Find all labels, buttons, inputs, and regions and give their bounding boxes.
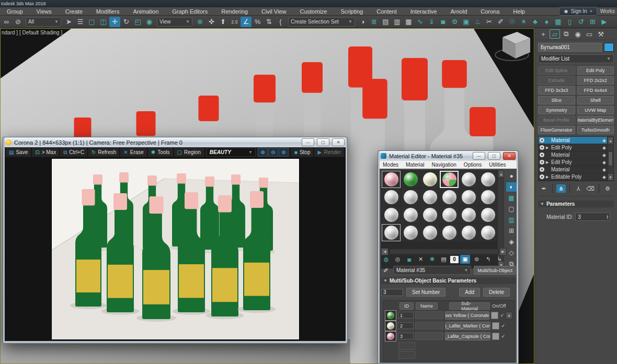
assign-material-to-selection-icon[interactable]: ◙ <box>404 255 414 264</box>
angle-snap-icon[interactable]: ∠ <box>241 17 252 27</box>
object-color-swatch[interactable] <box>604 43 614 52</box>
stack-item-edit-poly[interactable]: ▶Edit Poly◈ <box>539 144 607 151</box>
submaterial-thumbnail[interactable] <box>385 331 396 342</box>
submaterial-thumbnail[interactable] <box>385 321 396 331</box>
scroll-right-icon[interactable]: ▶ <box>499 248 507 255</box>
material-swatch[interactable] <box>382 189 401 206</box>
material-swatch[interactable] <box>459 189 478 206</box>
submaterial-on-checkbox[interactable] <box>491 312 498 319</box>
select-and-link-icon[interactable]: ∞ <box>1 17 12 27</box>
submaterial-on-checkbox[interactable] <box>492 333 499 340</box>
me-menu-navigation[interactable]: Navigation <box>429 162 460 168</box>
remove-modifier-icon[interactable]: ⌫ <box>586 184 595 193</box>
modifier-button-ffd-3x3x3[interactable]: FFD 3x3x3 <box>538 86 575 95</box>
show-shaded-material-icon[interactable]: ▣ <box>460 255 470 264</box>
silhouette-icon[interactable]: ▯ <box>564 17 575 27</box>
material-id-spinner[interactable]: ▲▼ <box>575 213 610 221</box>
material-swatch[interactable] <box>401 206 420 224</box>
submaterial-id-field[interactable] <box>398 322 414 329</box>
render-production-icon[interactable]: ♨ <box>472 17 483 27</box>
multi-subobject-rollout[interactable]: ▼ Multi/Sub-Object Basic Parameters <box>381 277 516 284</box>
menu-graph-editors[interactable]: Graph Editors <box>165 7 214 16</box>
material-swatch[interactable] <box>401 189 420 206</box>
material-swatch[interactable] <box>420 224 439 241</box>
me-menu-modes[interactable]: Modes <box>380 162 402 168</box>
reset-map-icon[interactable]: ✕ <box>416 255 426 264</box>
submaterial-name-field[interactable] <box>415 322 443 330</box>
scroll-left-icon[interactable]: ◀ <box>381 248 389 255</box>
material-type-button[interactable]: Multi/Sub-Object <box>474 266 516 275</box>
material-editor-icon[interactable]: ◙ <box>438 17 449 27</box>
light-icon[interactable]: ☉ <box>507 17 518 27</box>
delete-button[interactable]: Delete <box>483 288 510 297</box>
submaterial-button[interactable]: Glass Yellow ( CoronaMtl ) <box>445 311 489 320</box>
make-unique-icon[interactable]: ⅄ <box>574 184 583 193</box>
scroll-up-icon[interactable]: ▲ <box>608 137 613 144</box>
modifier-button-slice[interactable]: Slice <box>538 96 575 104</box>
material-swatch[interactable] <box>478 224 497 241</box>
use-pivot-point-icon[interactable]: ⊕ <box>195 17 205 27</box>
configure-modifier-sets-icon[interactable]: ⚙ <box>603 184 612 193</box>
table-scroll-up-icon[interactable]: ▲ <box>506 312 512 319</box>
backlight-icon[interactable]: ◐ <box>506 182 517 192</box>
select-and-scale-icon[interactable]: ◰ <box>132 17 143 27</box>
scrollbar-track[interactable] <box>390 249 498 254</box>
material-swatch[interactable] <box>401 224 420 241</box>
menu-scripting[interactable]: Scripting <box>334 7 370 16</box>
restore-button[interactable]: ▢ <box>488 152 500 160</box>
expand-arrow-icon[interactable]: ▶ <box>546 175 550 179</box>
me-menu-utilities[interactable]: Utilities <box>486 162 509 168</box>
make-material-copy-icon[interactable]: ❋ <box>427 255 437 264</box>
turntable-icon[interactable]: ↺ <box>576 17 587 27</box>
expand-arrow-icon[interactable]: ▶ <box>546 146 550 150</box>
stack-item-material[interactable]: Material◈ <box>539 137 607 144</box>
corona-tools-button[interactable]: ✱Tools <box>148 148 174 157</box>
grid-align-icon[interactable]: ⊞ <box>587 17 598 27</box>
utilities-tab[interactable]: ⚒ <box>596 29 606 39</box>
scrollbar-thumb[interactable] <box>608 151 613 166</box>
toggle-layer-explorer-icon[interactable]: ▥ <box>392 17 403 27</box>
material-swatch[interactable] <box>440 189 459 206</box>
material-swatch[interactable] <box>478 171 497 188</box>
submaterial-name-field[interactable] <box>415 332 443 340</box>
menu-civil-view[interactable]: Civil View <box>255 7 293 16</box>
material-swatch[interactable] <box>382 224 401 241</box>
corona-stop-button[interactable]: ■Stop <box>291 148 314 157</box>
display-tab[interactable]: ▭ <box>584 29 595 39</box>
zoom-in-button[interactable]: ⊚ <box>279 148 289 157</box>
menu-arnold[interactable]: Arnold <box>443 7 474 16</box>
stack-item-material[interactable]: Material◈ <box>539 166 607 173</box>
submaterial-id-field[interactable] <box>398 333 414 339</box>
get-material-icon[interactable]: ◍ <box>381 255 391 264</box>
make-preview-icon[interactable]: ⊞ <box>506 226 517 236</box>
go-to-parent-icon[interactable]: ↰ <box>483 255 493 264</box>
zoom-reset-button[interactable]: ⊕ <box>258 148 268 157</box>
unlink-selection-icon[interactable]: ⊘ <box>13 17 24 27</box>
submaterial-thumbnail[interactable] <box>385 310 396 321</box>
toggle-scene-explorer-icon[interactable]: ▤ <box>380 17 391 27</box>
stack-item-material[interactable]: Material◈ <box>539 151 607 159</box>
show-end-result-icon[interactable]: ⋔ <box>556 184 566 193</box>
expand-arrow-icon[interactable]: ▶ <box>546 160 550 165</box>
material-swatch[interactable] <box>382 206 401 224</box>
submaterial-on-checkbox[interactable] <box>492 322 499 330</box>
material-swatch[interactable] <box>420 189 439 206</box>
menu-interactive[interactable]: Interactive <box>404 7 444 16</box>
visibility-eye-icon[interactable] <box>540 152 544 157</box>
motion-tab[interactable]: ◉ <box>573 29 583 39</box>
spinner-arrows-icon[interactable]: ▲▼ <box>605 215 610 219</box>
menu-help[interactable]: Help <box>506 7 532 16</box>
material-swatch[interactable] <box>440 224 459 241</box>
menu-views[interactable]: Views <box>30 7 59 16</box>
render-setup-icon[interactable]: ⚙ <box>449 17 460 27</box>
minimize-button[interactable]: — <box>473 152 485 160</box>
window-titlebar[interactable]: todesk 3ds Max 2018 <box>0 0 617 7</box>
close-button[interactable]: ✕ <box>503 152 516 160</box>
background-icon[interactable]: ▩ <box>506 193 517 203</box>
material-swatch[interactable] <box>478 206 497 224</box>
material-swatch[interactable] <box>440 206 459 224</box>
keyboard-override-icon[interactable]: ⬆ <box>218 17 228 27</box>
corona-to-max-button[interactable]: ⊡> Max <box>32 148 60 157</box>
stack-item-edit-poly[interactable]: ▶Edit Poly◈ <box>539 159 607 166</box>
visibility-eye-icon[interactable] <box>540 145 544 150</box>
